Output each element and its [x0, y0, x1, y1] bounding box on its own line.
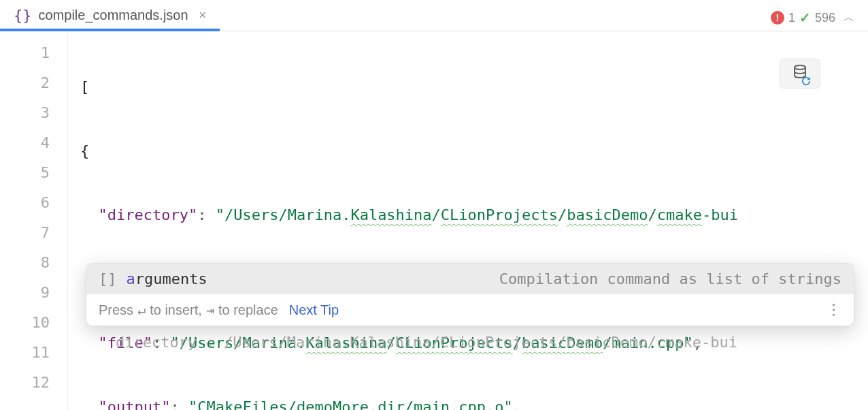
- autocomplete-hint: Compilation command as list of strings: [499, 270, 841, 287]
- weak-warning-count: 596: [815, 11, 835, 25]
- line-number[interactable]: 11: [0, 338, 50, 368]
- obscured-code-line: directory : /Users/Marina.Kalashina/CLio…: [116, 334, 737, 351]
- line-number[interactable]: 6: [0, 188, 50, 218]
- autocomplete-footer: Press ↵ to insert, ⇥ to replace Next Tip…: [86, 294, 854, 326]
- line-number[interactable]: 8: [0, 248, 50, 278]
- database-icon: [792, 64, 808, 83]
- chevron-up-icon[interactable]: ︿: [844, 11, 854, 25]
- code-line: {: [80, 136, 868, 166]
- tab-compile-commands[interactable]: {} compile_commands.json ×: [0, 0, 220, 31]
- enter-key-glyph: ↵: [137, 302, 146, 318]
- line-number[interactable]: 7: [0, 218, 50, 248]
- line-number[interactable]: 5: [0, 158, 50, 188]
- tab-title: compile_commands.json: [39, 7, 188, 23]
- next-tip-link[interactable]: Next Tip: [289, 302, 339, 318]
- more-options-icon[interactable]: ⋯: [825, 302, 843, 318]
- array-type-icon: []: [99, 270, 117, 287]
- code-line: "directory": "/Users/Marina.Kalashina/CL…: [80, 200, 868, 230]
- line-number[interactable]: 3: [0, 98, 50, 128]
- line-number[interactable]: 9: [0, 278, 50, 308]
- line-number[interactable]: 2: [0, 68, 50, 98]
- autocomplete-item-arguments[interactable]: [] arguments Compilation command as list…: [86, 264, 854, 294]
- json-file-icon: {}: [14, 7, 32, 24]
- datasource-reload-button[interactable]: [780, 59, 820, 89]
- error-count: 1: [788, 11, 795, 25]
- svg-point-0: [795, 65, 805, 69]
- weak-warning-icon: ✓: [799, 10, 811, 26]
- code-line: [: [80, 72, 868, 102]
- line-number[interactable]: 12: [0, 368, 50, 398]
- line-number[interactable]: 4: [0, 128, 50, 158]
- editor: 1 2 3 4 5 6 7 8 9 10 11 12 [ { "director…: [0, 31, 868, 410]
- tab-key-glyph: ⇥: [206, 302, 214, 318]
- autocomplete-popup: [] arguments Compilation command as list…: [86, 263, 854, 326]
- inspection-widget[interactable]: ! 1 ✓ 596 ︿: [767, 7, 858, 29]
- tab-bar: {} compile_commands.json ×: [0, 0, 868, 31]
- line-number[interactable]: 10: [0, 308, 50, 338]
- code-area[interactable]: [ { "directory": "/Users/Marina.Kalashin…: [68, 31, 868, 410]
- refresh-badge-icon: [801, 76, 811, 86]
- close-icon[interactable]: ×: [199, 8, 207, 22]
- line-gutter: 1 2 3 4 5 6 7 8 9 10 11 12: [0, 31, 68, 410]
- error-icon: !: [771, 11, 784, 25]
- autocomplete-label: arguments: [127, 270, 207, 287]
- line-number[interactable]: 1: [0, 38, 50, 68]
- code-line: "output": "CMakeFiles/demoMore.dir/main.…: [80, 392, 868, 410]
